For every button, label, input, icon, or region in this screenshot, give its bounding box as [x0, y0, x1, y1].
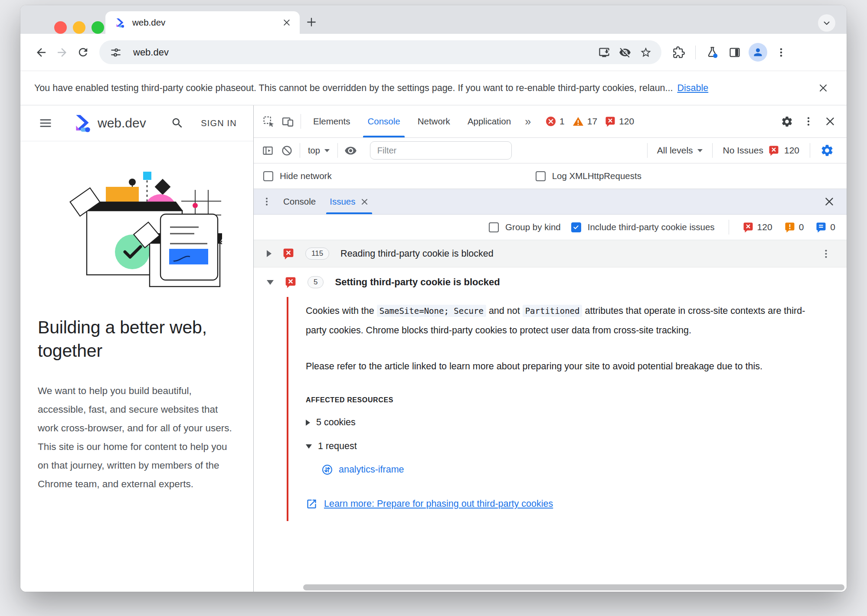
reload-icon[interactable] [72, 42, 93, 63]
drawer-menu-icon[interactable] [257, 192, 276, 211]
issue-row-menu-icon[interactable] [816, 244, 835, 263]
checkbox-unchecked[interactable] [489, 222, 499, 232]
description-text: and not [486, 306, 523, 316]
expand-arrow-icon[interactable] [267, 250, 272, 257]
install-app-icon[interactable] [594, 42, 615, 63]
toolbar-divider [729, 220, 729, 235]
learn-more-label[interactable]: Learn more: Prepare for phasing out thir… [324, 499, 553, 509]
infobar-disable-link[interactable]: Disable [677, 83, 708, 94]
issues-counter-button[interactable]: No Issues 120 [716, 145, 806, 156]
eye-off-icon[interactable] [615, 42, 635, 63]
close-icon[interactable] [360, 198, 369, 206]
issue-title: Reading third-party cookie is blocked [340, 248, 494, 259]
log-xhr-checkbox[interactable]: Log XMLHttpRequests [536, 171, 641, 181]
drawer-close-icon[interactable] [820, 192, 839, 211]
collapse-arrow-icon[interactable] [267, 280, 274, 285]
issue-row-setting-cookie[interactable]: 5 Setting third-party cookie is blocked [254, 267, 847, 297]
sign-in-button[interactable]: SIGN IN [201, 118, 237, 128]
issue-row-reading-cookie[interactable]: 115 Reading third-party cookie is blocke… [254, 240, 847, 267]
warning-count-badge[interactable]: 17 [573, 116, 597, 127]
inspect-element-icon[interactable] [259, 112, 278, 131]
site-brand-text: web.dev [98, 116, 146, 130]
back-icon[interactable] [31, 42, 52, 63]
tab-search-chevron-button[interactable] [818, 14, 835, 32]
issues-bubble-icon [769, 145, 779, 156]
tab-close-icon[interactable] [282, 18, 291, 27]
address-bar[interactable]: web.dev [99, 40, 661, 64]
live-expression-eye-icon[interactable] [341, 141, 360, 160]
device-toolbar-icon[interactable] [278, 112, 297, 131]
context-selector[interactable]: top [304, 146, 334, 156]
learn-more-link[interactable]: Learn more: Prepare for phasing out thir… [306, 498, 816, 510]
filter-input[interactable] [370, 141, 512, 160]
site-header: web.dev SIGN IN [20, 105, 253, 141]
tab-console[interactable]: Console [359, 105, 409, 137]
issues-toolbar: Group by kind Include third-party cookie… [254, 215, 847, 240]
code-partitioned: Partitioned [523, 305, 582, 317]
devtools-close-icon[interactable] [821, 112, 840, 131]
devtools-controls [777, 112, 840, 131]
infobar-close-icon[interactable] [814, 78, 833, 98]
issues-count-badge[interactable]: 120 [605, 116, 634, 127]
browser-tab[interactable]: web.dev [105, 11, 300, 34]
tab-network[interactable]: Network [409, 105, 459, 137]
zoom-window-button[interactable] [92, 21, 104, 34]
request-link-label[interactable]: analytics-iframe [339, 464, 404, 475]
issues-severity-counts: 120 0 0 [743, 222, 835, 233]
warning-icon [573, 116, 584, 127]
affected-resources-header: AFFECTED RESOURCES [306, 396, 816, 404]
log-levels-selector[interactable]: All levels [651, 145, 709, 156]
warning-bubble-icon [785, 222, 795, 233]
close-window-button[interactable] [54, 21, 67, 34]
console-sidebar-icon[interactable] [258, 141, 277, 160]
experiments-flask-icon[interactable] [702, 42, 723, 63]
issues-bubble-icon [605, 116, 615, 127]
error-count-badge[interactable]: 1 [546, 116, 565, 127]
site-logo[interactable]: web.dev [72, 112, 146, 134]
group-by-kind-label: Group by kind [505, 222, 561, 232]
more-tabs-icon[interactable]: » [520, 115, 535, 128]
cookies-row-label: 5 cookies [316, 417, 356, 428]
issues-bubble-icon [285, 277, 296, 288]
issue-title: Setting third-party cookie is blocked [335, 277, 500, 288]
forward-icon[interactable] [52, 42, 72, 63]
checkbox-checked[interactable] [571, 222, 581, 232]
include-third-party-label: Include third-party cookie issues [588, 222, 715, 232]
cookies-tree-row[interactable]: 5 cookies [306, 417, 816, 428]
browser-menu-icon[interactable] [771, 42, 792, 63]
include-third-party-checkbox[interactable]: Include third-party cookie issues [571, 222, 715, 232]
profile-avatar[interactable] [749, 43, 767, 62]
site-settings-icon[interactable] [105, 42, 126, 63]
issues-bubble-icon [283, 248, 294, 260]
expand-arrow-icon[interactable] [306, 420, 310, 426]
drawer-tab-issues[interactable]: Issues [323, 189, 376, 214]
checkbox-unchecked[interactable] [536, 171, 546, 181]
new-tab-button[interactable] [301, 12, 321, 32]
search-icon[interactable] [169, 114, 186, 132]
bookmark-star-icon[interactable] [635, 42, 656, 63]
checkbox-unchecked[interactable] [263, 171, 273, 181]
toolbar-divider [337, 143, 338, 158]
hide-network-checkbox[interactable]: Hide network [263, 171, 332, 181]
collapse-arrow-icon[interactable] [306, 444, 312, 449]
tab-application[interactable]: Application [459, 105, 520, 137]
levels-label: All levels [657, 145, 693, 156]
requests-tree-row[interactable]: 1 request [306, 441, 816, 452]
url-text[interactable]: web.dev [133, 47, 594, 58]
tab-elements[interactable]: Elements [304, 105, 359, 137]
devtools-menu-icon[interactable] [799, 112, 818, 131]
request-link-row[interactable]: analytics-iframe [321, 464, 816, 476]
clear-console-icon[interactable] [277, 141, 296, 160]
issues-count: 120 [619, 116, 634, 127]
side-panel-icon[interactable] [724, 42, 745, 63]
extensions-icon[interactable] [668, 42, 689, 63]
horizontal-scrollbar[interactable] [303, 584, 844, 590]
tab-strip: web.dev [20, 5, 847, 34]
console-settings-gear-icon[interactable] [817, 140, 837, 160]
group-by-kind-checkbox[interactable]: Group by kind [489, 222, 561, 232]
menu-icon[interactable] [38, 115, 53, 131]
minimize-window-button[interactable] [73, 21, 85, 34]
drawer-tab-console[interactable]: Console [276, 189, 323, 214]
console-toolbar: top All levels No Issues 12 [254, 138, 847, 163]
settings-gear-icon[interactable] [777, 112, 796, 131]
